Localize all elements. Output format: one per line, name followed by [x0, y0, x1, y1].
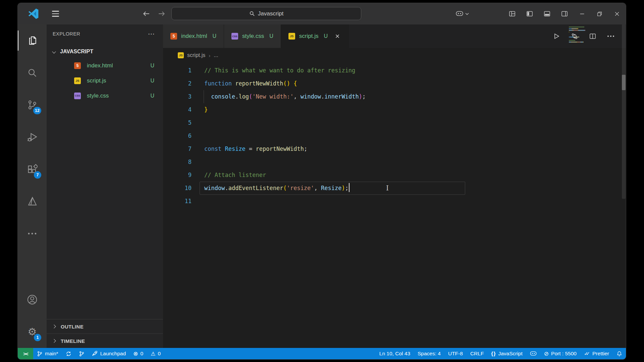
status-gitlens[interactable] [75, 348, 88, 359]
panel-outline[interactable]: OUTLINE [47, 319, 163, 334]
git-status-badge: U [150, 63, 154, 69]
code-line-9: 9// Attach listener [163, 169, 626, 182]
status-encoding[interactable]: UTF-8 [444, 348, 467, 359]
activity-extensions[interactable]: 7 [18, 153, 47, 185]
activity-live-server[interactable] [18, 185, 47, 218]
line-content[interactable]: } [204, 103, 208, 116]
tab-script.js[interactable]: JSscript.jsU [281, 24, 349, 48]
line-number[interactable]: 2 [163, 77, 192, 90]
folder-section-javascript[interactable]: JAVASCRIPT [47, 45, 163, 58]
line-number[interactable]: 7 [163, 142, 192, 156]
scrollbar-thumb-hover[interactable] [622, 75, 626, 90]
activity-search[interactable] [18, 57, 47, 89]
breadcrumb-more[interactable]: ... [214, 52, 218, 58]
minimize-icon[interactable] [578, 10, 586, 17]
status-launchpad[interactable]: Launchpad [88, 348, 130, 359]
line-number[interactable]: 10 [163, 182, 192, 195]
indent-guide [204, 90, 204, 103]
more-actions-icon[interactable] [607, 33, 614, 40]
file-item-index.html[interactable]: 5index.htmlU [47, 58, 163, 73]
run-icon[interactable] [553, 33, 560, 40]
explorer-actions-icon[interactable]: ⋯ [148, 30, 155, 38]
line-number[interactable]: 1 [163, 64, 192, 77]
menu-icon[interactable] [52, 11, 59, 17]
activity-run-debug[interactable] [18, 121, 47, 153]
line-content[interactable]: // Attach listener [204, 169, 266, 182]
file-item-script.js[interactable]: JSscript.jsU [47, 73, 163, 88]
check-double-icon: ✓✓ [584, 351, 590, 357]
line-number[interactable]: 11 [163, 195, 192, 208]
editor-group: 5index.htmlUCSSstyle.cssUJSscript.jsU JS… [163, 24, 626, 348]
pyramid-icon [27, 196, 38, 207]
line-number[interactable]: 8 [163, 156, 192, 169]
minimap[interactable] [569, 26, 600, 45]
html-file-icon: 5 [74, 62, 81, 69]
blocked-icon: ⊘ [544, 350, 549, 357]
back-arrow-icon[interactable] [143, 11, 150, 17]
line-content[interactable]: // This is what we want to do after resi… [204, 64, 355, 77]
code-line-1: 1// This is what we want to do after res… [163, 64, 626, 77]
bell-icon [616, 351, 622, 357]
status-git-branch[interactable]: main* [33, 348, 62, 359]
search-text: Javascript [258, 10, 284, 17]
restore-icon[interactable] [596, 10, 603, 17]
status-sync[interactable] [62, 348, 75, 359]
line-number[interactable]: 3 [163, 90, 192, 103]
line-content[interactable]: console.log('New width:', window.innerWi… [204, 90, 366, 103]
file-name: style.css [87, 93, 109, 99]
error-icon: ⊗ [133, 350, 138, 357]
line-number[interactable]: 5 [163, 116, 192, 129]
code-editor[interactable]: 1// This is what we want to do after res… [163, 63, 626, 348]
tab-index.html[interactable]: 5index.htmlU [163, 24, 224, 48]
command-center-search[interactable]: Javascript [171, 7, 361, 20]
account-icon [26, 294, 38, 305]
chevron-right-icon: › [209, 53, 210, 58]
status-cursor-position[interactable]: Ln 10, Col 43 [376, 348, 414, 359]
status-label: 0 [141, 351, 144, 357]
customize-layout-icon[interactable] [508, 10, 516, 17]
remote-indicator[interactable]: >< [18, 348, 33, 359]
activity-explorer[interactable] [18, 24, 47, 57]
close-icon[interactable] [613, 10, 621, 17]
status-errors[interactable]: ⊗0 [129, 348, 147, 359]
status-eol[interactable]: CRLF [467, 348, 487, 359]
scrollbar-thumb[interactable] [622, 24, 626, 199]
toggle-panel-icon[interactable] [543, 10, 551, 17]
status-label: Launchpad [100, 351, 126, 357]
file-item-style.css[interactable]: CSSstyle.cssU [47, 88, 163, 103]
editor-scrollbar[interactable] [621, 24, 626, 348]
activity-more[interactable] [18, 218, 47, 250]
code-line-10: 10window.addEventListener('resize', Resi… [163, 182, 626, 195]
line-content[interactable]: function reportNewWidth() { [204, 77, 297, 90]
sidebar-panels: OUTLINETIMELINE [47, 319, 163, 348]
mouse-ibeam-cursor: I [386, 182, 389, 195]
tab-label: index.html [181, 33, 207, 40]
line-content[interactable]: const Resize = reportNewWidth; [204, 142, 307, 156]
line-content[interactable]: window.addEventListener('resize', Resize… [204, 182, 350, 195]
status-warnings[interactable]: ⚠0 [147, 348, 164, 359]
status-port[interactable]: ⊘Port : 5500 [540, 348, 580, 359]
status-prettier[interactable]: ✓✓Prettier [580, 348, 613, 359]
tab-bar: 5index.htmlUCSSstyle.cssUJSscript.jsU [163, 24, 626, 48]
settings-item[interactable]: ⚙ 1 [18, 316, 47, 348]
forward-arrow-icon[interactable] [158, 11, 165, 17]
tab-style.css[interactable]: CSSstyle.cssU [224, 24, 281, 48]
breadcrumb-file[interactable]: script.js [187, 52, 205, 58]
status-language-mode[interactable]: {}JavaScript [487, 348, 526, 359]
close-tab-icon[interactable] [334, 33, 341, 40]
status-indentation[interactable]: Spaces: 4 [414, 348, 444, 359]
copilot-menu[interactable] [456, 3, 469, 24]
panel-timeline[interactable]: TIMELINE [47, 334, 163, 348]
line-number[interactable]: 6 [163, 129, 192, 142]
title-bar: Javascript [18, 3, 626, 24]
activity-source-control[interactable]: 12 [18, 89, 47, 121]
toggle-secondary-sidebar-icon[interactable] [561, 10, 568, 17]
status-copilot[interactable] [526, 348, 540, 359]
accounts-item[interactable] [18, 284, 47, 316]
settings-badge: 1 [34, 334, 41, 341]
line-number[interactable]: 9 [163, 169, 192, 182]
line-number[interactable]: 4 [163, 103, 192, 116]
toggle-primary-sidebar-icon[interactable] [526, 10, 533, 17]
copilot-icon [530, 351, 537, 356]
status-notifications[interactable] [613, 348, 626, 359]
